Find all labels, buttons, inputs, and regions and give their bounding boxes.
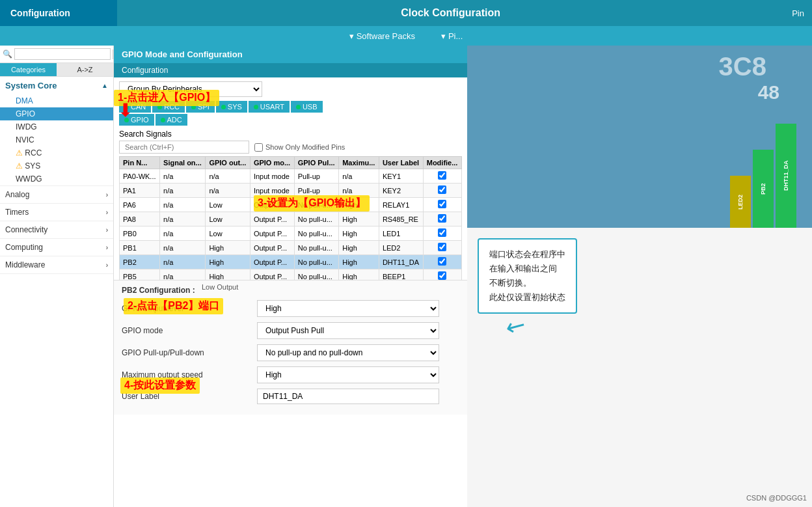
table-cell: High: [339, 255, 379, 269]
table-cell: n/a: [160, 269, 206, 281]
config-select-pullupdown[interactable]: No pull-up and no pull-down: [257, 344, 439, 361]
table-cell: Output P...: [250, 241, 294, 255]
table-cell-modified[interactable]: [423, 255, 461, 269]
col-gpio-mode[interactable]: GPIO mo...: [250, 157, 294, 169]
table-cell: Low: [206, 198, 250, 212]
config-input-user-label[interactable]: [257, 389, 439, 404]
table-cell-modified[interactable]: [423, 212, 461, 226]
table-cell: No pull-u...: [294, 241, 338, 255]
config-label-max-speed: Maximum output speed: [122, 370, 252, 379]
table-row[interactable]: PB0n/aLowOutput P...No pull-u...HighLED1: [120, 226, 462, 241]
table-cell-modified[interactable]: [423, 198, 461, 212]
sidebar-group-connectivity[interactable]: Connectivity ›: [0, 221, 113, 238]
tab-sys[interactable]: SYS: [216, 101, 247, 113]
table-cell: n/a: [160, 212, 206, 226]
table-cell: Low: [206, 212, 250, 226]
table-cell: High: [339, 269, 379, 281]
table-cell: No pull-u...: [294, 255, 338, 269]
table-cell: Input mode: [250, 184, 294, 198]
col-signal[interactable]: Signal on...: [160, 157, 206, 169]
config-label-mode: GPIO mode: [122, 326, 252, 335]
config-select-output-level[interactable]: High: [257, 300, 439, 317]
annotation-line1: 端口状态会在程序中: [489, 247, 565, 262]
chip-label-48: 48: [758, 81, 779, 103]
col-user-label[interactable]: User Label: [379, 157, 423, 169]
software-packs-menu[interactable]: ▾ Software Packs: [349, 31, 415, 41]
sidebar-item-wwdg[interactable]: WWDG: [0, 172, 113, 185]
search-input[interactable]: [14, 48, 111, 60]
tab-can[interactable]: CAN: [119, 101, 151, 113]
table-cell: Low: [206, 226, 250, 241]
sidebar-item-rcc[interactable]: ⚠ RCC: [0, 146, 113, 159]
pin-label: Pi...: [448, 31, 463, 41]
group-by-select[interactable]: Group By Peripherals: [119, 81, 262, 97]
table-cell: No pull-u...: [294, 269, 338, 281]
table-cell: High: [339, 226, 379, 241]
config-label-pullupdown: GPIO Pull-up/Pull-down: [122, 348, 252, 357]
sidebar-item-sys[interactable]: ⚠ SYS: [0, 159, 113, 172]
table-row[interactable]: PA0-WK...n/an/aInput modePull-upn/aKEY1: [120, 169, 462, 184]
table-cell: No pull-u...: [294, 212, 338, 226]
config-label-user-label: User Label: [122, 392, 252, 401]
tab-rcc[interactable]: RCC: [152, 101, 185, 113]
col-modified[interactable]: Modifie...: [423, 157, 461, 169]
table-row[interactable]: PB5n/aHighOutput P...No pull-u...HighBEE…: [120, 269, 462, 281]
sidebar-group-computing[interactable]: Computing ›: [0, 239, 113, 256]
sidebar-item-iwdg[interactable]: IWDG: [0, 120, 113, 133]
col-max[interactable]: Maximu...: [339, 157, 379, 169]
tab-usart[interactable]: USART: [249, 101, 290, 113]
chevron-right-icon2: ›: [106, 209, 108, 216]
table-cell: Output P...: [250, 269, 294, 281]
col-gpio-pull[interactable]: GPIO Pul...: [294, 157, 338, 169]
table-cell-modified[interactable]: [423, 269, 461, 281]
table-cell-modified[interactable]: [423, 169, 461, 184]
table-cell-modified[interactable]: [423, 184, 461, 198]
tab-adc[interactable]: ADC: [156, 114, 187, 126]
config-select-max-speed[interactable]: High: [257, 366, 439, 383]
table-cell: PA8: [120, 212, 160, 226]
table-cell: n/a: [160, 184, 206, 198]
table-cell: PA1: [120, 184, 160, 198]
sidebar-item-nvic[interactable]: NVIC: [0, 133, 113, 146]
pin-led2: LED2: [730, 176, 751, 228]
spi-dot: [191, 105, 196, 109]
tab-az[interactable]: A->Z: [57, 63, 113, 76]
show-modified-checkbox[interactable]: [254, 143, 263, 152]
show-modified-label: Show Only Modified Pins: [265, 143, 345, 151]
gpio-table: Pin N... Signal on... GPIO out... GPIO m…: [119, 156, 462, 280]
col-pin[interactable]: Pin N...: [120, 157, 160, 169]
table-cell: n/a: [160, 241, 206, 255]
search-signals-input[interactable]: [119, 141, 249, 154]
table-row[interactable]: PB2n/aHighOutput P...No pull-u...HighDHT…: [120, 255, 462, 269]
tab-categories[interactable]: Categories: [0, 63, 57, 76]
table-row[interactable]: PA6n/aLowOutput P...No pull-u...HighRELA…: [120, 198, 462, 212]
rcc-label: RCC: [164, 103, 180, 111]
pin-menu[interactable]: ▾ Pi...: [441, 31, 463, 41]
tab-spi[interactable]: SPI: [186, 101, 215, 113]
usb-label: USB: [303, 103, 318, 111]
table-cell-modified[interactable]: [423, 226, 461, 241]
table-cell: n/a: [339, 184, 379, 198]
pin-dht11: DHT11_DA: [776, 124, 796, 228]
sidebar-item-dma[interactable]: DMA: [0, 94, 113, 107]
search-signals-label: Search Signals: [119, 130, 462, 139]
sidebar-group-analog[interactable]: Analog ›: [0, 186, 113, 203]
table-cell: PA6: [120, 198, 160, 212]
table-cell-modified[interactable]: [423, 241, 461, 255]
page-title: Clock Configuration: [117, 7, 784, 19]
table-row[interactable]: PA1n/an/aInput modePull-upn/aKEY2: [120, 184, 462, 198]
table-row[interactable]: PA8n/aLowOutput P...No pull-u...HighRS48…: [120, 212, 462, 226]
chevron-down-icon: ▾: [349, 31, 354, 41]
table-row[interactable]: PB1n/aHighOutput P...No pull-u...HighLED…: [120, 241, 462, 255]
config-select-mode[interactable]: Output Push Pull: [257, 322, 439, 339]
table-cell: n/a: [206, 184, 250, 198]
sidebar-item-gpio[interactable]: GPIO: [0, 107, 113, 120]
table-cell: KEY1: [379, 169, 423, 184]
tab-gpio[interactable]: GPIO: [119, 114, 154, 126]
sidebar-group-timers[interactable]: Timers ›: [0, 204, 113, 221]
sidebar-group-middleware[interactable]: Middleware ›: [0, 256, 113, 273]
col-gpio-out[interactable]: GPIO out...: [206, 157, 250, 169]
sidebar-group-system-core[interactable]: System Core ▲: [0, 77, 113, 94]
tab-usb[interactable]: USB: [291, 101, 323, 113]
table-cell: RELAY1: [379, 198, 423, 212]
